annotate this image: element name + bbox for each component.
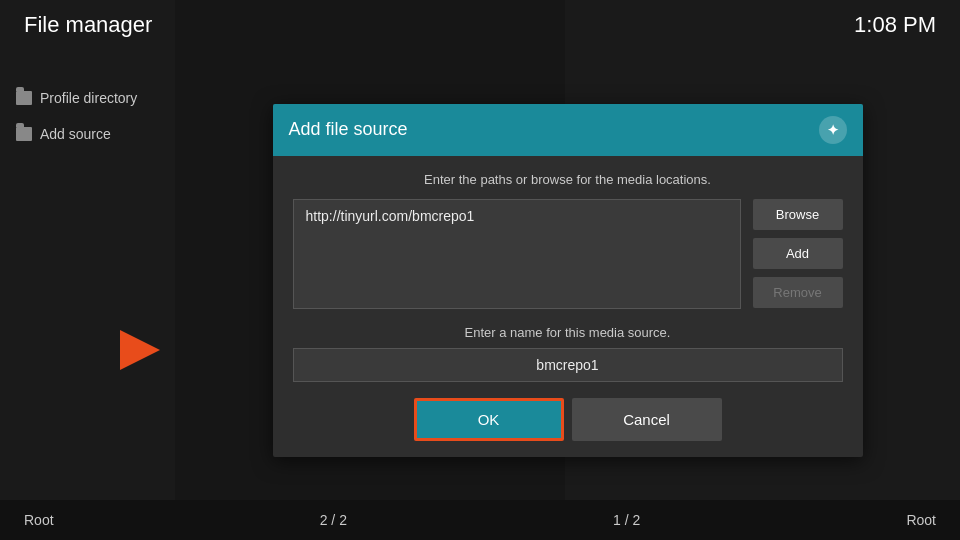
sidebar-item-label: Profile directory (40, 90, 137, 106)
sidebar-item-label: Add source (40, 126, 111, 142)
name-instruction: Enter a name for this media source. (293, 325, 843, 340)
path-instruction: Enter the paths or browse for the media … (293, 172, 843, 187)
top-bar: File manager 1:08 PM (0, 0, 960, 50)
path-value: http://tinyurl.com/bmcrepo1 (306, 208, 475, 224)
cancel-button[interactable]: Cancel (572, 398, 722, 441)
bottom-center-right: 1 / 2 (613, 512, 640, 528)
folder-icon (16, 127, 32, 141)
dialog-body: Enter the paths or browse for the media … (273, 156, 863, 457)
sidebar-item-profile-directory[interactable]: Profile directory (0, 80, 175, 116)
ok-button[interactable]: OK (414, 398, 564, 441)
path-list[interactable]: http://tinyurl.com/bmcrepo1 (293, 199, 741, 309)
sidebar: Profile directory Add source (0, 60, 175, 500)
bottom-right: Root (906, 512, 936, 528)
path-buttons: Browse Add Remove (753, 199, 843, 309)
kodi-logo-icon: ✦ (819, 116, 847, 144)
sidebar-item-add-source[interactable]: Add source (0, 116, 175, 152)
folder-icon (16, 91, 32, 105)
main-content: Add file source ✦ Enter the paths or bro… (175, 60, 960, 500)
browse-button[interactable]: Browse (753, 199, 843, 230)
app-title: File manager (24, 12, 152, 38)
bottom-left: Root (24, 512, 54, 528)
dialog-title: Add file source (289, 119, 408, 140)
bottom-center-left: 2 / 2 (320, 512, 347, 528)
remove-button[interactable]: Remove (753, 277, 843, 308)
clock: 1:08 PM (854, 12, 936, 38)
source-name-input[interactable] (293, 348, 843, 382)
dialog-header: Add file source ✦ (273, 104, 863, 156)
dialog-action-buttons: OK Cancel (293, 398, 843, 441)
right-arrow-icon (120, 330, 160, 370)
add-button[interactable]: Add (753, 238, 843, 269)
path-area: http://tinyurl.com/bmcrepo1 Browse Add R… (293, 199, 843, 309)
add-file-source-dialog: Add file source ✦ Enter the paths or bro… (273, 104, 863, 457)
arrow-indicator (120, 330, 160, 370)
bottom-bar: Root 2 / 2 1 / 2 Root (0, 500, 960, 540)
